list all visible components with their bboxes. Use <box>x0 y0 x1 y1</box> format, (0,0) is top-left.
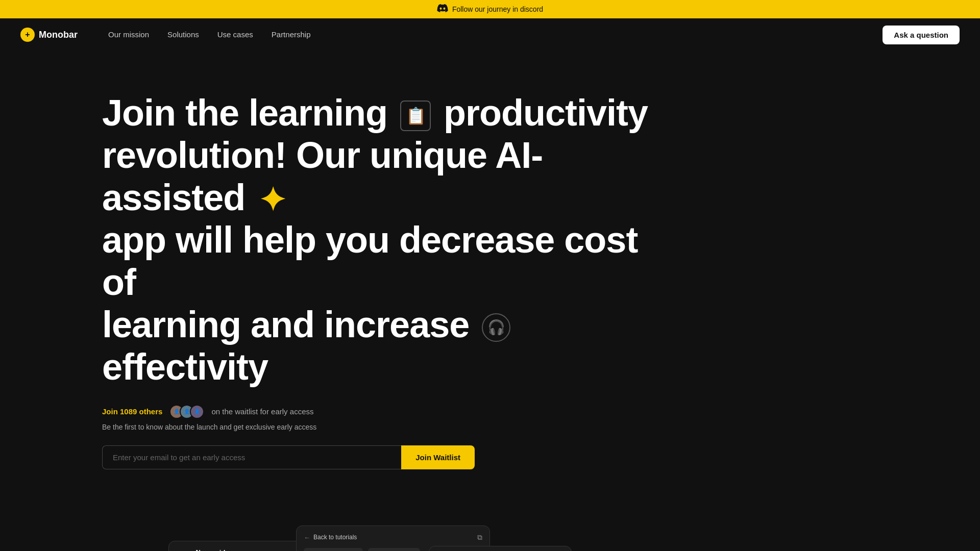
ask-question-button[interactable]: Ask a question <box>883 26 960 44</box>
guide-back-arrow: ← <box>176 548 183 551</box>
logo-icon: + <box>20 28 35 42</box>
logo[interactable]: + Monobar <box>20 28 78 42</box>
top-banner[interactable]: Follow our journey in discord <box>0 0 980 18</box>
join-waitlist-button[interactable]: Join Waitlist <box>401 445 475 469</box>
tutorial-header: ← Back to tutorials ⧉ <box>304 533 482 542</box>
tutorial-back-text: Back to tutorials <box>313 534 357 541</box>
avatars-group: 👤 👤 👤 <box>169 405 204 419</box>
waitlist-suffix: on the waitlist for early access <box>211 407 313 416</box>
avatar-3: 👤 <box>190 405 204 419</box>
tutorial-tab-steps: ☰ Switch to Steps <box>304 548 363 551</box>
email-input[interactable] <box>102 445 401 469</box>
hero-title-part1: Join the learning <box>102 92 397 133</box>
navbar: + Monobar Our mission Solutions Use case… <box>0 18 980 51</box>
tutorial-back-arrow: ← <box>304 534 310 541</box>
guide-title: ← New guide <box>187 548 229 551</box>
waitlist-info: Join 1089 others 👤 👤 👤 on the waitlist f… <box>102 405 878 419</box>
waitlist-description: Be the first to know about the launch an… <box>102 423 878 431</box>
tutorial-back: ← Back to tutorials <box>304 534 357 541</box>
headphone-icon: 🎧 <box>482 313 510 342</box>
hero-section: Join the learning 📋 productivityrevoluti… <box>0 51 980 490</box>
nav-solutions[interactable]: Solutions <box>167 30 199 39</box>
nav-partnership[interactable]: Partnership <box>272 30 311 39</box>
hero-title-part3: app will help you decrease cost oflearni… <box>102 219 638 345</box>
notebook-icon: 📋 <box>400 101 431 131</box>
screenshots-area: + Monobar Visit site GIF ⬚ ⋮⋮ 01 Navigat… <box>0 510 980 551</box>
tutorial-copy-icon: ⧉ <box>477 533 482 542</box>
discord-icon <box>437 4 448 14</box>
nav-use-cases[interactable]: Use cases <box>217 30 253 39</box>
mock-card-small: Back to tutorials ⧉ ✦ Switch to Ai 💬 Ask… <box>429 546 572 551</box>
sparkle-icon: ✦ <box>259 182 286 219</box>
logo-text: Monobar <box>39 30 78 40</box>
nav-links: Our mission Solutions Use cases Partners… <box>108 30 883 39</box>
hero-title-part4: effectivity <box>102 346 268 387</box>
banner-text: Follow our journey in discord <box>452 5 543 13</box>
tutorial-tab-help: 💬 Ask for help <box>368 548 420 551</box>
email-form: Join Waitlist <box>102 445 475 469</box>
nav-our-mission[interactable]: Our mission <box>108 30 149 39</box>
waitlist-count: Join 1089 others <box>102 407 162 416</box>
hero-title: Join the learning 📋 productivityrevoluti… <box>102 92 664 388</box>
